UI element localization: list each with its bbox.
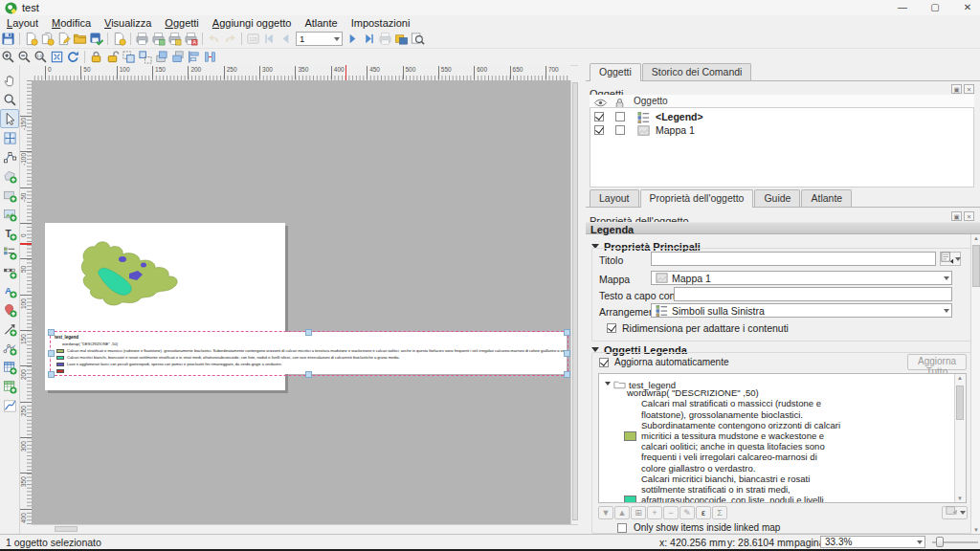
visibility-checkbox[interactable] — [594, 112, 604, 121]
save-button[interactable] — [0, 31, 16, 47]
align-items-button[interactable] — [186, 49, 202, 65]
mappa-combobox[interactable]: Mappa 1 — [651, 271, 952, 285]
lock-items-button[interactable] — [88, 49, 104, 65]
selection-handle[interactable] — [305, 371, 312, 378]
save-as-template-button[interactable] — [88, 31, 104, 47]
add-scalebar-tool[interactable] — [0, 262, 19, 281]
selection-handle[interactable] — [48, 329, 55, 336]
close-properties-icon[interactable]: ✕ — [964, 211, 974, 221]
move-up-button[interactable]: ▲ — [614, 506, 630, 519]
select-tool[interactable] — [0, 109, 19, 128]
refresh-button[interactable] — [65, 49, 81, 65]
zoom-full-button[interactable] — [49, 49, 65, 65]
export-pdf-button[interactable]: A — [183, 31, 199, 47]
remove-item-button[interactable]: − — [663, 506, 679, 519]
atlas-print-button[interactable] — [377, 31, 393, 47]
lock-checkbox[interactable] — [615, 112, 625, 121]
menu-aggiungi-oggetto[interactable]: Aggiungi oggetto — [206, 16, 299, 30]
atlas-preview-button[interactable]: 123 — [245, 31, 261, 47]
atlas-first-button[interactable] — [261, 31, 278, 47]
tree-entry-line[interactable]: sottilmente stratificati o in strati med… — [641, 484, 791, 495]
maximize-button[interactable]: ▢ — [921, 0, 949, 15]
sum-button[interactable]: Σ — [712, 506, 727, 519]
pan-tool[interactable] — [0, 71, 19, 90]
tree-expression-row[interactable]: wordwrap( "DESCRIZIONE" ,50) — [627, 387, 759, 398]
selection-handle[interactable] — [564, 371, 570, 378]
selection-handle[interactable] — [48, 350, 55, 357]
atlas-settings-button[interactable] — [393, 31, 410, 47]
resize-checkbox[interactable] — [607, 323, 616, 333]
items-list[interactable]: <Legend>Mappa 1 — [590, 107, 974, 187]
raise-items-button[interactable] — [153, 49, 169, 65]
filter-legend-button[interactable] — [942, 506, 968, 519]
export-image-button[interactable] — [150, 31, 167, 47]
items-list-row[interactable]: Mappa 1 — [590, 124, 973, 137]
legend-tree-scrollbar[interactable]: ▲ ▼ — [954, 374, 966, 502]
menu-oggetti[interactable]: Oggetti — [158, 16, 205, 30]
wrap-input[interactable] — [674, 287, 952, 301]
lower-items-button[interactable] — [169, 49, 186, 65]
menu-modifica[interactable]: Modifica — [45, 16, 98, 30]
duplicate-layout-button[interactable] — [39, 31, 56, 47]
menu-layout[interactable]: Layout — [0, 16, 45, 30]
expander-icon[interactable] — [605, 382, 611, 388]
tab-storico-dei-comandi[interactable]: Storico dei Comandi — [642, 63, 752, 80]
auto-update-checkbox[interactable] — [599, 358, 609, 367]
close-panel-icon[interactable]: ✕ — [964, 84, 974, 94]
tab-guide[interactable]: Guide — [754, 189, 800, 207]
tree-entry-line[interactable]: afratturasubconcoide, con liste, noduli … — [641, 495, 824, 503]
redo-button[interactable] — [222, 31, 238, 47]
ungroup-items-button[interactable] — [137, 49, 153, 65]
tree-entry-line[interactable]: calcari oolitici; anche in questa litofa… — [641, 441, 825, 452]
add-arrow-tool[interactable] — [0, 320, 19, 339]
data-defined-override-button[interactable] — [940, 252, 961, 266]
menu-visualizza[interactable]: Visualizza — [98, 16, 158, 30]
rename-layout-button[interactable] — [56, 31, 72, 47]
add-fixed-table-tool[interactable] — [0, 377, 19, 396]
tree-entry-line[interactable]: colore giallastro o verdastro. — [641, 463, 755, 474]
add-elevation-profile-tool[interactable] — [0, 396, 19, 415]
group-items-button[interactable] — [121, 49, 137, 65]
distribute-items-button[interactable] — [202, 49, 218, 65]
update-all-button[interactable]: Aggiorna Tutto — [907, 354, 967, 370]
items-list-row[interactable]: <Legend> — [590, 111, 973, 123]
only-linked-checkbox[interactable] — [617, 523, 627, 533]
export-svg-button[interactable] — [167, 31, 183, 47]
properties-scrollbar[interactable]: ▲ ▼ — [970, 234, 980, 534]
add-page-button[interactable] — [111, 31, 127, 47]
zoom-combobox[interactable]: 33.3% — [820, 536, 925, 548]
tab-propriet-dell-oggetto[interactable]: Proprietà dell'oggetto — [640, 189, 754, 208]
map-item[interactable] — [57, 234, 191, 311]
add-legend-tool[interactable] — [0, 243, 19, 262]
atlas-next-button[interactable] — [345, 31, 361, 47]
atlas-last-button[interactable] — [361, 31, 377, 47]
layout-canvas[interactable] — [32, 80, 570, 524]
move-content-tool[interactable] — [0, 128, 19, 147]
add-dynamic-text-tool[interactable]: A — [0, 281, 19, 300]
tab-oggetti[interactable]: Oggetti — [590, 63, 641, 81]
menu-impostazioni[interactable]: Impostazioni — [345, 16, 417, 30]
arrangement-combobox[interactable]: Simboli sulla Sinistra — [651, 303, 952, 318]
tree-entry-line[interactable]: Calcari micritici bianchi, biancastri e … — [641, 474, 810, 484]
add-marker-tool[interactable] — [0, 300, 19, 320]
move-down-button[interactable]: ▼ — [598, 506, 613, 519]
lock-checkbox[interactable] — [615, 125, 625, 135]
legend-item[interactable]: test_legendwordwrap( "DESCRIZIONE" ,50)C… — [51, 332, 567, 374]
selection-handle[interactable] — [564, 329, 570, 336]
add-shape-tool[interactable] — [0, 166, 19, 186]
selection-handle[interactable] — [564, 350, 570, 357]
visibility-checkbox[interactable] — [594, 125, 604, 135]
menu-atlante[interactable]: Atlante — [298, 16, 344, 30]
edit-item-button[interactable]: ✎ — [679, 506, 695, 519]
tree-entry-line[interactable]: floatstone), grossolanamente bioclastici… — [641, 409, 803, 420]
zoom-slider-knob[interactable] — [936, 537, 944, 547]
add-picture-tool[interactable] — [0, 205, 19, 224]
add-attribute-table-tool[interactable] — [0, 358, 19, 377]
tree-entry-line[interactable]: frequenti i veli irregolari calcareo-mar… — [641, 452, 817, 462]
new-layout-button[interactable] — [23, 31, 39, 47]
tab-layout[interactable]: Layout — [590, 189, 639, 207]
undock-panel-icon[interactable]: ▣ — [951, 84, 962, 94]
zoom-actual-button[interactable]: 1:1 — [33, 49, 49, 65]
minimize-button[interactable]: — — [888, 0, 917, 15]
zoom-out-button[interactable] — [16, 49, 33, 65]
